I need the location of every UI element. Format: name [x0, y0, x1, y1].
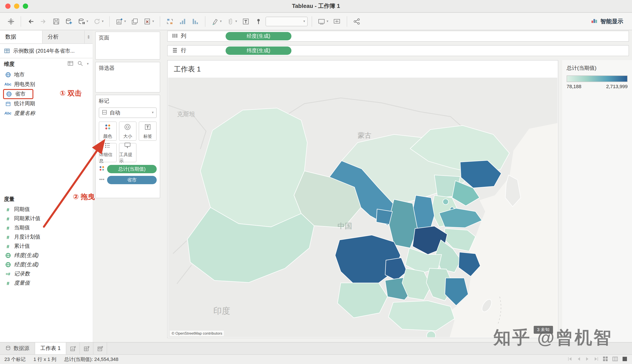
marks-count: 23 个标记 — [5, 356, 26, 363]
dimension-item[interactable]: Abc 用电类别 — [0, 80, 93, 89]
measure-item[interactable]: =#记录数 — [0, 269, 93, 278]
sort-descending-icon[interactable] — [190, 16, 201, 26]
new-dashboard-tab-icon[interactable] — [80, 342, 94, 354]
grid-size: 1 行 x 1 列 — [34, 356, 56, 363]
last-story-point-icon[interactable] — [594, 356, 599, 362]
sheet-title: 工作表 1 — [168, 60, 558, 78]
map-view[interactable]: 克斯坦 蒙古 中国 印度 © OpenStreetMap contributor… — [168, 78, 557, 337]
share-icon[interactable] — [351, 16, 363, 26]
show-filmstrip-view-icon[interactable] — [612, 356, 618, 363]
save-icon[interactable] — [51, 16, 62, 26]
view-data-icon[interactable] — [68, 60, 73, 68]
show-sheet-view-icon[interactable] — [622, 356, 627, 363]
show-tabs-view-icon[interactable] — [602, 356, 608, 363]
globe-icon — [5, 91, 12, 97]
color-button[interactable]: 颜色 — [99, 122, 117, 141]
measure-item-longitude[interactable]: 经度(生成) — [0, 260, 93, 269]
fit-axes-icon[interactable] — [331, 16, 343, 26]
duplicate-sheet-icon[interactable] — [129, 16, 140, 26]
datasource-item[interactable]: 示例数据 (2014年各省市... — [0, 44, 93, 58]
dimension-item[interactable]: 地市 — [0, 70, 93, 80]
previous-story-point-icon[interactable] — [576, 356, 581, 362]
refresh-icon[interactable]: ▾ — [91, 16, 105, 26]
fix-axes-pin-icon[interactable] — [253, 16, 264, 26]
columns-shelf[interactable]: 列 经度(生成) — [167, 31, 629, 42]
map-region[interactable] — [376, 209, 393, 224]
tab-datasource[interactable]: 数据源 — [0, 342, 35, 354]
shelves-pane: 页面 筛选器 标记 自动 ▾ 颜色 — [93, 31, 163, 342]
rows-shelf[interactable]: 行 纬度(生成) — [167, 45, 629, 56]
type-in-shelf-combo[interactable]: ▾ — [265, 16, 308, 26]
next-story-point-icon[interactable] — [585, 356, 590, 362]
tableau-logo-icon[interactable] — [5, 16, 17, 26]
marks-pill-detail[interactable]: 省市 — [107, 176, 157, 184]
redo-icon[interactable] — [38, 16, 49, 26]
highlight-icon[interactable]: ▾ — [209, 16, 223, 26]
number-icon: # — [5, 234, 12, 240]
measure-item[interactable]: #同期值 — [0, 205, 93, 214]
undo-icon[interactable] — [25, 16, 37, 26]
aggregate-total: 总计(当期值): 24,554,348 — [64, 356, 119, 363]
fit-selector[interactable]: ▾ — [316, 16, 330, 26]
data-pane: 数据 分析 ⇕ 示例数据 (2014年各省市... 维度 ▾ 地市 — [0, 31, 93, 342]
tab-worksheet-1[interactable]: 工作表 1 — [35, 342, 66, 354]
measure-item[interactable]: #当期值 — [0, 223, 93, 232]
map-region[interactable] — [443, 199, 449, 204]
show-me-label: 智能显示 — [600, 17, 623, 25]
window-title: Tableau - 工作簿 1 — [0, 0, 632, 12]
measure-item-latitude[interactable]: 纬度(生成) — [0, 251, 93, 260]
tooltip-button[interactable]: 工具提示 — [119, 143, 137, 162]
new-worksheet-tab-icon[interactable] — [66, 342, 80, 354]
tab-analytics[interactable]: 分析 — [42, 31, 85, 44]
filters-shelf[interactable]: 筛选器 — [95, 62, 160, 92]
show-me-icon — [591, 17, 598, 26]
label-button[interactable]: 标签 — [139, 122, 157, 141]
measure-item[interactable]: #月度计划值 — [0, 232, 93, 242]
status-bar: 23 个标记 1 行 x 1 列 总计(当期值): 24,554,348 — [0, 354, 632, 364]
calendar-icon — [5, 101, 12, 106]
new-story-tab-icon[interactable] — [94, 342, 107, 354]
pause-auto-updates-icon[interactable]: ▾ — [76, 16, 90, 26]
find-field-icon[interactable] — [77, 60, 83, 68]
abc-icon: Abc — [5, 111, 12, 115]
dimension-item[interactable]: 统计周期 — [0, 99, 93, 108]
marks-pill-color[interactable]: 总计(当期值) — [107, 165, 157, 173]
marks-card: 标记 自动 ▾ 颜色 大小 — [95, 95, 160, 198]
number-icon: # — [5, 225, 12, 230]
number-icon: # — [5, 280, 12, 286]
new-worksheet-icon[interactable]: ▾ — [114, 16, 128, 26]
tab-data[interactable]: 数据 — [0, 31, 42, 44]
detail-button[interactable]: 详细信息 — [99, 143, 117, 162]
worksheet-area: 列 经度(生成) 行 纬度(生成) 工作表 1 — [163, 31, 632, 342]
count-icon: =# — [5, 272, 12, 276]
tooltip-icon — [124, 142, 131, 150]
rows-shelf-label: 行 — [168, 47, 224, 54]
clear-sheet-icon[interactable]: ▾ — [142, 16, 156, 26]
size-button[interactable]: 大小 — [119, 122, 137, 141]
measure-item[interactable]: #度量值 — [0, 278, 93, 288]
dimension-item[interactable]: Abc 度量名称 — [0, 108, 93, 118]
rows-pill-latitude[interactable]: 纬度(生成) — [226, 46, 291, 55]
color-legend-gradient[interactable] — [567, 76, 627, 82]
globe-icon — [5, 72, 12, 78]
first-story-point-icon[interactable] — [567, 356, 572, 362]
show-me-button[interactable]: 智能显示 — [587, 15, 627, 27]
new-datasource-icon[interactable] — [63, 16, 75, 26]
group-members-icon[interactable]: ▾ — [225, 16, 239, 26]
fields-menu-caret-icon[interactable]: ▾ — [87, 62, 89, 66]
swap-rows-columns-icon[interactable] — [164, 16, 176, 26]
datasource-name: 示例数据 (2014年各省市... — [13, 47, 75, 54]
measure-item[interactable]: #累计值 — [0, 242, 93, 251]
tableau-window: Tableau - 工作簿 1 ▾ ▾ ▾ ▾ ▾ ▾ ▾ ▾ 智能显示 — [0, 0, 632, 364]
sort-ascending-icon[interactable] — [177, 16, 188, 26]
color-icon — [104, 123, 112, 132]
fields-gap — [0, 118, 93, 194]
pane-expander-icon[interactable]: ⇕ — [85, 31, 93, 44]
pages-shelf[interactable]: 页面 — [95, 32, 160, 60]
measure-item[interactable]: #同期累计值 — [0, 214, 93, 223]
columns-pill-longitude[interactable]: 经度(生成) — [226, 32, 291, 40]
annotation-step1: ① 双击 — [60, 89, 82, 98]
show-mark-labels-icon[interactable] — [240, 16, 251, 26]
mark-type-dropdown[interactable]: 自动 ▾ — [99, 108, 157, 118]
globe-icon — [5, 262, 12, 268]
